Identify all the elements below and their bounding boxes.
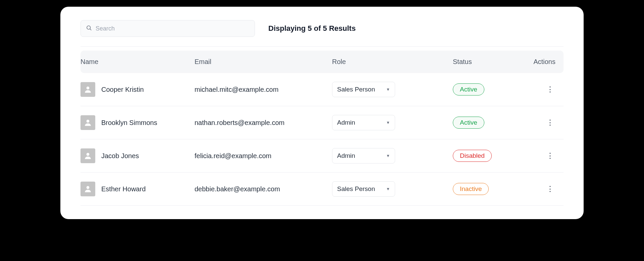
kebab-icon: ⋮: [546, 118, 554, 127]
cell-role: Sales Person ▼: [332, 181, 453, 197]
row-actions-button[interactable]: ⋮: [546, 117, 554, 128]
role-value: Admin: [337, 152, 355, 159]
cell-status: Active: [453, 83, 523, 95]
topbar: Displaying 5 of 5 Results: [80, 20, 564, 47]
user-name: Esther Howard: [101, 185, 146, 193]
user-name: Cooper Kristin: [101, 86, 144, 93]
col-email: Email: [195, 58, 332, 66]
chevron-down-icon: ▼: [386, 153, 390, 158]
search-input[interactable]: [80, 20, 255, 37]
table-body: Cooper Kristin michael.mitc@example.com …: [80, 73, 564, 206]
status-badge: Disabled: [453, 150, 492, 162]
cell-actions: ⋮: [523, 117, 564, 128]
cell-role: Sales Person ▼: [332, 82, 453, 97]
table-header: Name Email Role Status Actions: [80, 51, 564, 73]
user-email: debbie.baker@example.com: [195, 185, 332, 193]
cell-actions: ⋮: [523, 150, 564, 161]
cell-actions: ⋮: [523, 184, 564, 194]
avatar: [80, 148, 95, 163]
avatar: [80, 115, 95, 130]
user-email: nathan.roberts@example.com: [195, 119, 332, 127]
role-select[interactable]: Admin ▼: [332, 115, 395, 130]
table-row: Cooper Kristin michael.mitc@example.com …: [80, 73, 564, 106]
cell-status: Disabled: [453, 150, 523, 162]
user-email: michael.mitc@example.com: [195, 86, 332, 93]
role-select[interactable]: Sales Person ▼: [332, 82, 395, 97]
chevron-down-icon: ▼: [386, 87, 390, 92]
status-badge: Inactive: [453, 183, 489, 195]
cell-name: Jacob Jones: [80, 148, 195, 163]
cell-role: Admin ▼: [332, 148, 453, 164]
kebab-icon: ⋮: [546, 185, 554, 193]
col-actions: Actions: [523, 58, 564, 66]
svg-point-5: [87, 186, 90, 189]
cell-actions: ⋮: [523, 84, 564, 95]
cell-status: Active: [453, 117, 523, 129]
cell-name: Brooklyn Simmons: [80, 115, 195, 130]
results-count: Displaying 5 of 5 Results: [268, 24, 356, 33]
col-role: Role: [332, 58, 453, 66]
cell-status: Inactive: [453, 183, 523, 195]
cell-name: Cooper Kristin: [80, 82, 195, 97]
users-card: Displaying 5 of 5 Results Name Email Rol…: [60, 7, 584, 219]
row-actions-button[interactable]: ⋮: [546, 150, 554, 161]
user-name: Brooklyn Simmons: [101, 119, 157, 127]
svg-point-4: [87, 153, 90, 156]
svg-point-2: [87, 86, 90, 89]
status-badge: Active: [453, 83, 484, 95]
user-email: felicia.reid@example.com: [195, 152, 332, 160]
row-actions-button[interactable]: ⋮: [546, 184, 554, 194]
svg-point-3: [87, 120, 90, 123]
role-select[interactable]: Admin ▼: [332, 148, 395, 164]
cell-name: Esther Howard: [80, 182, 195, 196]
role-select[interactable]: Sales Person ▼: [332, 181, 395, 197]
avatar: [80, 182, 95, 196]
role-value: Sales Person: [337, 86, 375, 93]
table-row: Brooklyn Simmons nathan.roberts@example.…: [80, 106, 564, 139]
status-badge: Active: [453, 117, 484, 129]
chevron-down-icon: ▼: [386, 120, 390, 125]
kebab-icon: ⋮: [546, 151, 554, 160]
col-name: Name: [80, 58, 195, 66]
table-row: Jacob Jones felicia.reid@example.com Adm…: [80, 139, 564, 173]
col-status: Status: [453, 58, 523, 66]
role-value: Admin: [337, 119, 355, 126]
avatar: [80, 82, 95, 97]
role-value: Sales Person: [337, 185, 375, 193]
table-row: Esther Howard debbie.baker@example.com S…: [80, 173, 564, 206]
kebab-icon: ⋮: [546, 85, 554, 94]
cell-role: Admin ▼: [332, 115, 453, 130]
chevron-down-icon: ▼: [386, 187, 390, 191]
user-name: Jacob Jones: [101, 152, 139, 160]
search-wrap: [80, 20, 255, 37]
row-actions-button[interactable]: ⋮: [546, 84, 554, 95]
